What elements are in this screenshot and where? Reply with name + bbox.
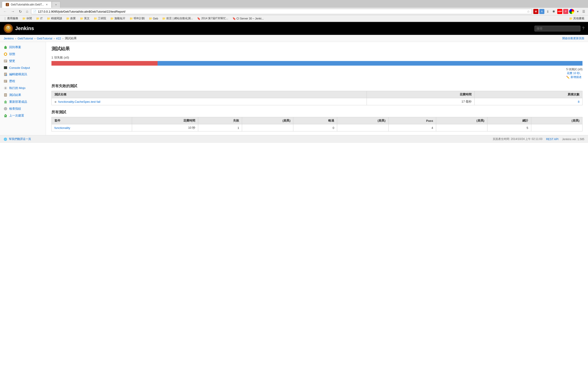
bookmark-12[interactable]: 🔖 CI Server 30 – Jenki... [231,17,266,21]
address-bar[interactable] [38,10,527,13]
main-layout: 回到專案 狀態 變更 [0,42,588,135]
sidebar-item-mojo[interactable]: 執行的 Mojo [0,85,46,92]
search-help-icon[interactable]: ? [582,26,584,31]
sidebar-item-console[interactable]: >_ Console Output [0,65,46,71]
jenkins-face-icon [5,25,12,32]
back-button[interactable]: ← [2,9,8,14]
forward-button[interactable]: → [10,9,16,14]
col-skip: 略過 [293,117,337,124]
secure-icon: 📄 [33,10,36,13]
tab-close-button[interactable]: ✕ [46,3,48,6]
search-input[interactable] [535,26,580,31]
auto-refresh-link[interactable]: 開啟自動更新頁面 [562,36,584,40]
bookmark-7[interactable]: 📁 激勵短片 [108,16,127,21]
bookmark-1[interactable]: 📁 休閒 [20,16,34,21]
reload-button[interactable]: ↻ [17,9,23,14]
footer-left: 🌐 幫我們翻譯這一頁 [4,137,31,141]
bookmark-8[interactable]: 📁 明年計劃 [128,16,147,21]
folder-icon-8: 📁 [130,17,133,20]
jenkins-logo: Jenkins [4,24,34,33]
bookmark-11-label: 2014 第7屆IT邦幫忙... [201,17,228,20]
jenkins-search: ? [535,26,584,31]
bookmark-apps[interactable]: ⋮ 應用服務 [2,16,20,21]
translate-link[interactable]: 幫我們翻譯這一頁 [9,137,31,141]
sidebar-changes-label: 變更 [9,59,15,63]
sidebar-item-fingerprint[interactable]: 檢查指紋 [0,105,46,112]
add-description[interactable]: ✏️ 新增描述 [566,75,582,79]
page-title: 測試結果 [52,46,582,52]
translate-icon[interactable]: A [539,9,544,14]
bookmark-11[interactable]: 🔖 2014 第7屆IT邦幫忙... [195,16,230,21]
folder-icon-1: 📁 [22,17,26,20]
svg-point-2 [7,27,8,28]
sidebar-item-edit[interactable]: ✎ 編輯建構資訊 [0,71,46,78]
edit-desc-icon: ✏️ [566,76,570,79]
pocket-icon[interactable]: P [563,9,568,14]
suite-name-cell: functionality [52,124,132,131]
breadcrumb-build-number[interactable]: #22 [56,37,61,40]
footer-right: 頁面產生時間: 2014/10/24 上午 02:11:03 REST API … [493,137,584,141]
suite-fail-diff [242,124,293,131]
col-pass-diff: (差異) [436,117,487,124]
bookmark-5[interactable]: 📁 英文 [78,16,91,21]
sidebar-item-status[interactable]: 狀態 [0,51,46,58]
sidebar-item-redeploy[interactable]: 重新部署成品 [0,98,46,105]
chrome-icon[interactable] [569,9,574,14]
breadcrumb-gebtutorial-1[interactable]: GebTutorial [17,37,33,40]
rest-api-link[interactable]: REST API [546,138,558,141]
adblock-icon[interactable]: ABP [557,9,562,14]
bookmark-6-label: 工研院 [98,17,106,20]
bookmark-2[interactable]: 📁 IT [34,17,44,21]
expand-icon[interactable]: ⊕ [54,100,57,103]
sidebar-item-home[interactable]: 回到專案 [0,44,46,51]
main-content: 測試結果 1 項失敗 (±0) 5 項測試 (±0) 花費 10 秒。 ✏️ 新… [46,42,588,135]
bookmarks-bar: ⋮ 應用服務 📁 休閒 📁 IT 📁 稍後閱讀 📁 創業 📁 英文 📁 工研院 [0,15,588,22]
result-bar-fail [52,61,157,66]
failed-section-title: 所有失敗的測試 [52,84,582,89]
bookmark-other[interactable]: 📁 其他書籤 [567,16,586,21]
tab-favicon: J [6,3,9,6]
breadcrumb-gebtutorial-2[interactable]: GebTutorial [37,37,52,40]
failed-test-count-link[interactable]: 8 [578,100,579,103]
jenkins-header: Jenkins ? [0,22,588,35]
breadcrumb-jenkins[interactable]: Jenkins [4,37,14,40]
table-row: functionality 10 秒 1 0 4 5 [52,124,582,131]
bookmark-5-label: 英文 [84,17,90,20]
home-button[interactable]: ⌂ [25,9,30,14]
bookmark-4[interactable]: 📁 創業 [64,16,78,21]
translate-flag-icon: 🌐 [4,138,7,141]
bookmark-3[interactable]: 📁 稍後閱讀 [45,16,64,21]
failed-test-link[interactable]: functionality.CacheSpec.test fail [58,100,100,103]
active-tab[interactable]: J GebTutorial/idv.alin:GebT... ✕ [2,1,52,8]
bookmark-6[interactable]: 📁 工研院 [92,16,108,21]
puzzle-icon[interactable]: ▾ [575,9,580,14]
sidebar-item-history[interactable]: 歷程 [0,78,46,85]
failed-test-count: 8 [475,98,582,105]
svg-text:>_: >_ [4,67,6,69]
failed-test-name-cell: ⊕ functionality.CacheSpec.test fail [52,98,367,105]
tab-title: GebTutorial/idv.alin:GebT... [11,3,44,6]
bookmark-star-icon[interactable]: ☆ [527,10,530,13]
bookmark-10[interactable]: 📁 前言 | 網站自動化測... [160,16,195,21]
col-pass: Pass [389,117,436,124]
folder-icon-5: 📁 [80,17,83,20]
sidebar-mojo-label: 執行的 Mojo [9,86,26,90]
svg-marker-4 [4,46,7,49]
sidebar-item-test-results[interactable]: 測試結果 [0,92,46,98]
suite-link[interactable]: functionality [54,126,70,130]
bookmark-9[interactable]: 📁 Geb [147,17,160,21]
sidebar-item-prev-build[interactable]: 上一次建置 [0,112,46,119]
download-icon[interactable]: ⇓ [545,9,550,14]
menu-button[interactable]: ☰ [581,9,586,14]
failed-col-count: 累積次數 [475,91,582,98]
new-tab[interactable]: + [52,1,61,8]
svg-marker-28 [4,100,7,103]
extension-icon[interactable]: ✺ [551,9,556,14]
sidebar-test-label: 測試結果 [9,93,21,97]
sidebar-item-changes[interactable]: 變更 [0,58,46,65]
time-link[interactable]: 花費 10 秒。 [567,72,582,75]
suite-total: 5 [487,124,531,131]
sidebar-home-label: 回到專案 [9,45,21,49]
sidebar-prev-label: 上一次建置 [9,114,24,118]
gmail-icon[interactable]: M [533,9,538,14]
